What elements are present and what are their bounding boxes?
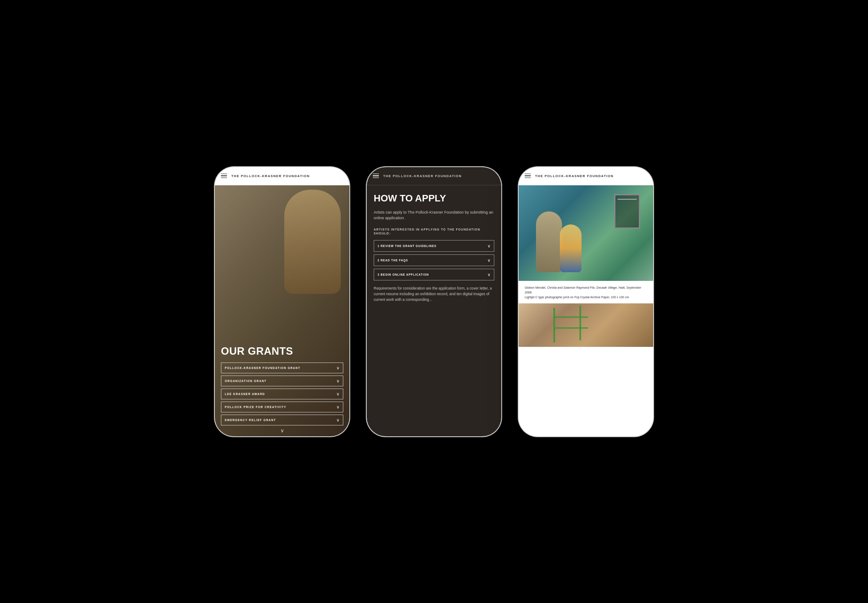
- gallery-person-2: [560, 224, 582, 272]
- apply-step-2[interactable]: 2 READ THE FAQS ∨: [374, 254, 494, 266]
- phone-1-body: OUR GRANTS POLLOCK-KRASNER FOUNDATION GR…: [215, 185, 349, 436]
- gallery-photo-top: [519, 185, 653, 281]
- chevron-icon-5: ∨: [336, 418, 339, 422]
- how-to-apply-title: HOW TO APPLY: [374, 193, 494, 204]
- grant-label-1: POLLOCK-KRASNER FOUNDATION GRANT: [225, 366, 300, 369]
- phone-2-body: HOW TO APPLY Artists can apply to The Po…: [367, 185, 501, 436]
- gallery-door-detail: [614, 194, 640, 229]
- phone-1: THE POLLOCK-KRASNER FOUNDATION OUR GRANT…: [215, 167, 349, 436]
- chevron-icon-2: ∨: [336, 379, 339, 383]
- scroll-down-icon: ∨: [280, 428, 284, 434]
- grant-label-3: LEE KRASNER AWARD: [225, 392, 265, 395]
- chevron-icon-apply-2: ∨: [487, 258, 490, 263]
- grant-item-3[interactable]: LEE KRASNER AWARD ∨: [221, 389, 343, 399]
- gallery-caption-text: Gideon Mendel, Christa and Salamon Raymo…: [525, 285, 647, 300]
- caption-artist: Gideon Mendel,: [525, 286, 546, 289]
- chevron-icon-1: ∨: [336, 366, 339, 370]
- caption-medium: Lightjet C type photographic print on Fu…: [525, 296, 629, 299]
- gallery-caption: Gideon Mendel, Christa and Salamon Raymo…: [519, 281, 653, 304]
- apply-step-label-3: 3 BEGIN ONLINE APPLICATION: [378, 273, 429, 276]
- scaffold-detail-h1: [553, 316, 588, 318]
- grant-item-4[interactable]: POLLOCK PRIZE FOR CREATIVITY ∨: [221, 402, 343, 412]
- person-figure: [284, 190, 341, 294]
- menu-icon-1[interactable]: [221, 174, 227, 178]
- scaffold-detail-v2: [579, 306, 581, 340]
- scene: THE POLLOCK-KRASNER FOUNDATION OUR GRANT…: [0, 0, 868, 603]
- grant-item-1[interactable]: POLLOCK-KRASNER FOUNDATION GRANT ∨: [221, 362, 343, 373]
- grants-title: OUR GRANTS: [221, 345, 343, 357]
- grant-item-2[interactable]: ORGANIZATION GRANT ∨: [221, 376, 343, 386]
- phone-3-header: THE POLLOCK-KRASNER FOUNDATION: [519, 167, 653, 185]
- apply-step-label-1: 1 REVIEW THE GRANT GUIDELINES: [378, 244, 437, 247]
- phone-3-brand: THE POLLOCK-KRASNER FOUNDATION: [535, 174, 614, 178]
- apply-subtitle: ARTISTS INTERESTED IN APPLYING TO THE FO…: [374, 227, 494, 236]
- phone-2-header: THE POLLOCK-KRASNER FOUNDATION: [367, 167, 501, 185]
- gallery-person-1: [536, 211, 562, 272]
- grant-item-5[interactable]: EMERGENCY RELIEF GRANT ∨: [221, 415, 343, 425]
- grant-label-2: ORGANIZATION GRANT: [225, 379, 266, 382]
- phone-3: THE POLLOCK-KRASNER FOUNDATION Gideon Me…: [519, 167, 653, 436]
- phone-3-body: Gideon Mendel, Christa and Salamon Raymo…: [519, 185, 653, 436]
- apply-step-1[interactable]: 1 REVIEW THE GRANT GUIDELINES ∨: [374, 240, 494, 252]
- menu-icon-2[interactable]: [373, 174, 379, 178]
- phone-1-brand: THE POLLOCK-KRASNER FOUNDATION: [231, 174, 310, 178]
- grant-label-4: POLLOCK PRIZE FOR CREATIVITY: [225, 405, 286, 409]
- apply-requirements: Requirements for consideration are the a…: [374, 286, 494, 302]
- phone-1-header: THE POLLOCK-KRASNER FOUNDATION: [215, 167, 349, 185]
- gallery-photo-bottom: [519, 303, 653, 347]
- grant-label-5: EMERGENCY RELIEF GRANT: [225, 418, 276, 422]
- grants-overlay: OUR GRANTS POLLOCK-KRASNER FOUNDATION GR…: [215, 339, 349, 436]
- chevron-icon-apply-3: ∨: [487, 272, 490, 277]
- apply-description: Artists can apply to The Pollock-Krasner…: [374, 210, 494, 221]
- chevron-icon-apply-1: ∨: [487, 244, 490, 248]
- menu-icon-3[interactable]: [525, 174, 531, 178]
- chevron-icon-4: ∨: [336, 405, 339, 409]
- phone-2-brand: THE POLLOCK-KRASNER FOUNDATION: [383, 174, 462, 178]
- apply-step-3[interactable]: 3 BEGIN ONLINE APPLICATION ∨: [374, 269, 494, 280]
- apply-step-label-2: 2 READ THE FAQS: [378, 259, 408, 262]
- scaffold-detail-h2: [553, 327, 588, 329]
- scaffold-detail-v1: [553, 308, 555, 343]
- chevron-icon-3: ∨: [336, 392, 339, 396]
- phone-2: THE POLLOCK-KRASNER FOUNDATION HOW TO AP…: [367, 167, 501, 436]
